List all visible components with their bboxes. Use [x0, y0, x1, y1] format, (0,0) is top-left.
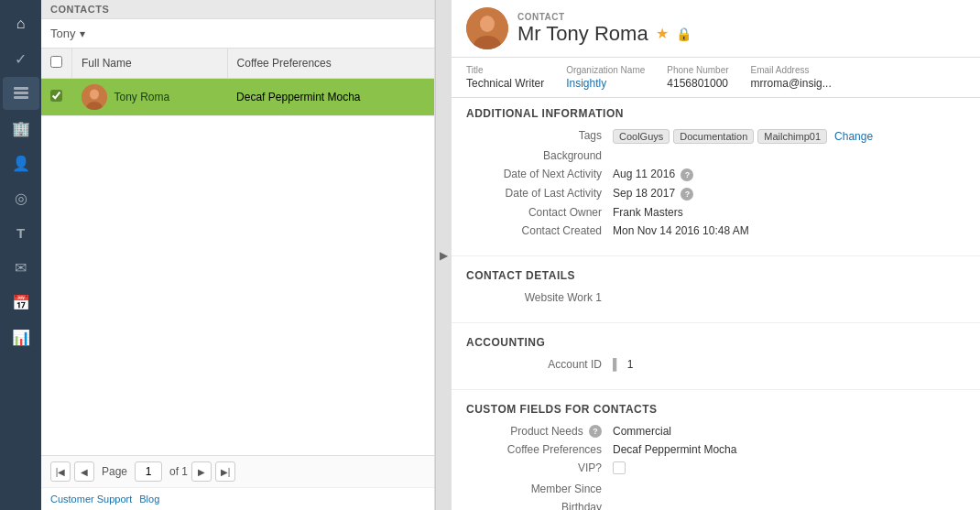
prev-page-btn[interactable]: ◀ [74, 461, 94, 482]
phone-value: 4156801000 [667, 77, 728, 90]
next-page-btn[interactable]: ▶ [191, 461, 212, 482]
vip-label: VIP? [466, 461, 613, 474]
cursor-indicator: ▌ [613, 358, 621, 371]
email-value: mrroma@insig... [751, 77, 832, 90]
phone-field: Phone Number 4156801000 [667, 65, 728, 90]
website-row: Website Work 1 [466, 291, 965, 304]
contact-name[interactable]: Tony Roma [114, 91, 170, 103]
org-value[interactable]: Insightly [566, 77, 645, 90]
nav-reports[interactable]: 📊 [3, 320, 39, 353]
of-label: of 1 [169, 465, 188, 478]
svg-rect-2 [14, 96, 28, 99]
expand-panel-btn[interactable]: ▶ [435, 0, 452, 510]
blog-link[interactable]: Blog [139, 494, 159, 505]
product-needs-row: Product Needs ? Commercial [466, 425, 965, 439]
tags-label: Tags [466, 129, 613, 142]
title-caret: ▾ [80, 27, 85, 40]
nav-mail[interactable]: ✉ [3, 251, 39, 284]
footer-links: Customer Support Blog [41, 487, 434, 510]
nav-calendar[interactable]: 📅 [3, 286, 39, 319]
tags-row: Tags CoolGuys Documentation Mailchimp01 … [466, 129, 965, 144]
page-input[interactable] [135, 461, 162, 482]
product-needs-help-icon: ? [589, 425, 602, 438]
next-activity-label: Date of Next Activity [466, 168, 613, 180]
svg-point-4 [90, 90, 99, 100]
website-label: Website Work 1 [466, 291, 613, 304]
background-row: Background [466, 149, 965, 162]
owner-row: Contact Owner Frank Masters [466, 206, 965, 219]
custom-fields-section: CUSTOM FIELDS FOR CONTACTS Product Needs… [452, 394, 980, 510]
additional-info-section: ADDITIONAL INFORMATION Tags CoolGuys Doc… [452, 98, 980, 252]
created-value: Mon Nov 14 2016 10:48 AM [613, 224, 965, 237]
tag-documentation[interactable]: Documentation [673, 129, 754, 144]
row-coffee-cell: Decaf Peppermint Mocha [227, 79, 434, 116]
last-activity-label: Date of Last Activity [466, 187, 613, 200]
tags-change-link[interactable]: Change [834, 130, 873, 143]
created-label: Contact Created [466, 224, 613, 237]
title-field: Title Technical Writer [466, 65, 544, 90]
nav-home[interactable]: ⌂ [3, 7, 39, 40]
coffee-prefs-label: Coffee Preferences [466, 443, 613, 456]
nav-people[interactable]: 👤 [3, 146, 39, 179]
header-full-name: Full Name [72, 49, 228, 79]
background-label: Background [466, 149, 613, 162]
select-all-checkbox[interactable] [50, 56, 62, 68]
nav-contacts[interactable] [3, 77, 39, 110]
birthday-row: Birthday [466, 501, 965, 510]
tags-value: CoolGuys Documentation Mailchimp01 Chang… [613, 129, 965, 144]
table-wrapper: Full Name Coffee Preferences [41, 49, 434, 455]
org-field: Organization Name Insightly [566, 65, 645, 90]
account-id-value: ▌ 1 [613, 358, 965, 371]
owner-label: Contact Owner [466, 206, 613, 219]
next-activity-value: Aug 11 2016 ? [613, 168, 965, 181]
nav-organizations[interactable]: 🏢 [3, 112, 39, 145]
contact-avatar [82, 84, 107, 110]
header-checkbox-cell [41, 49, 72, 79]
member-since-label: Member Since [466, 483, 613, 495]
svg-rect-0 [14, 87, 28, 90]
nav-tasks[interactable]: ✓ [3, 42, 39, 75]
last-page-btn[interactable]: ▶| [215, 461, 235, 482]
panel-title[interactable]: Tony ▾ [50, 23, 85, 41]
next-activity-help-icon: ? [681, 168, 693, 181]
sidebar-nav: ⌂ ✓ 🏢 👤 ◎ T ✉ 📅 📊 [0, 0, 41, 510]
product-needs-label: Product Needs ? [466, 425, 613, 439]
svg-rect-1 [14, 92, 28, 94]
row-name-cell: Tony Roma [72, 79, 228, 116]
owner-value: Frank Masters [613, 206, 965, 219]
detail-avatar [466, 7, 508, 49]
svg-point-7 [480, 16, 495, 32]
detail-header: CONTACT Mr Tony Roma ★ 🔒 [452, 0, 980, 58]
contact-details-title: CONTACT DETAILS [466, 269, 965, 282]
header-coffee-prefs: Coffee Preferences [227, 49, 434, 79]
contact-full-name: Mr Tony Roma [517, 22, 648, 46]
detail-title-area: CONTACT Mr Tony Roma ★ 🔒 [517, 12, 691, 46]
vip-checkbox-display[interactable] [613, 461, 626, 474]
contact-details-section: CONTACT DETAILS Website Work 1 [452, 260, 980, 319]
customer-support-link[interactable]: Customer Support [50, 494, 132, 505]
row-checkbox[interactable] [50, 90, 62, 102]
last-activity-help-icon: ? [681, 188, 693, 201]
additional-info-title: ADDITIONAL INFORMATION [466, 107, 965, 120]
email-field: Email Address mrroma@insig... [751, 65, 832, 90]
tag-coolguys[interactable]: CoolGuys [613, 129, 670, 144]
last-activity-row: Date of Last Activity Sep 18 2017 ? [466, 187, 965, 201]
created-row: Contact Created Mon Nov 14 2016 10:48 AM [466, 224, 965, 237]
first-page-btn[interactable]: |◀ [50, 461, 71, 482]
star-icon[interactable]: ★ [656, 25, 669, 42]
last-activity-value: Sep 18 2017 ? [613, 187, 965, 201]
custom-fields-title: CUSTOM FIELDS FOR CONTACTS [466, 403, 965, 416]
panel-header: CONTACTS [41, 0, 434, 19]
lock-icon: 🔒 [676, 27, 691, 41]
next-activity-row: Date of Next Activity Aug 11 2016 ? [466, 168, 965, 181]
coffee-prefs-row: Coffee Preferences Decaf Peppermint Moch… [466, 443, 965, 456]
nav-targets[interactable]: ◎ [3, 181, 39, 214]
accounting-section: ACCOUNTING Account ID ▌ 1 [452, 327, 980, 385]
contacts-table: Full Name Coffee Preferences [41, 49, 434, 116]
nav-tools[interactable]: T [3, 216, 39, 249]
page-label: Page [102, 465, 127, 478]
table-row[interactable]: Tony Roma Decaf Peppermint Mocha [41, 79, 434, 116]
account-id-row: Account ID ▌ 1 [466, 358, 965, 371]
tag-mailchimp[interactable]: Mailchimp01 [757, 129, 827, 144]
panel-title-row: Tony ▾ [41, 19, 434, 49]
